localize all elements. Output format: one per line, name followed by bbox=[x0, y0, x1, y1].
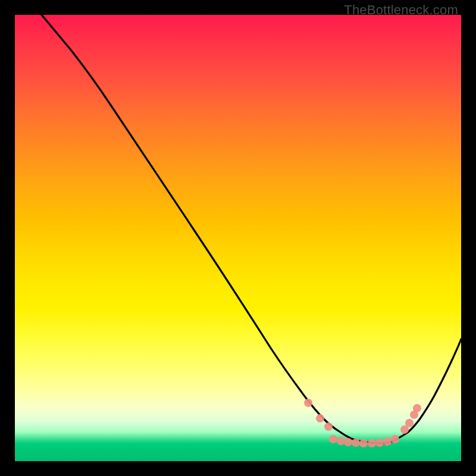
optimal-zone-dots bbox=[304, 399, 421, 447]
bottleneck-curve-path bbox=[42, 15, 461, 443]
dot bbox=[413, 404, 421, 412]
dot bbox=[352, 439, 360, 447]
bottleneck-curve-svg bbox=[15, 15, 461, 461]
dot bbox=[359, 439, 368, 447]
dot bbox=[304, 399, 312, 407]
dot bbox=[405, 419, 414, 427]
dot bbox=[329, 435, 337, 443]
dot bbox=[375, 439, 384, 447]
dot bbox=[383, 437, 392, 446]
dot bbox=[344, 438, 352, 446]
dot bbox=[324, 422, 333, 431]
dot bbox=[316, 414, 324, 422]
chart-plot-area bbox=[15, 15, 461, 461]
dot bbox=[368, 439, 376, 447]
dot bbox=[391, 435, 399, 443]
dot bbox=[337, 437, 345, 445]
